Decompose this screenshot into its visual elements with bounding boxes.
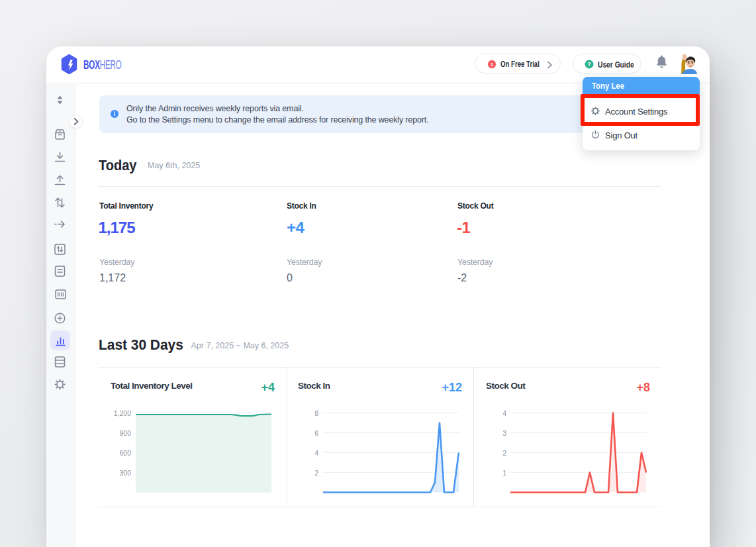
svg-text:1: 1	[491, 62, 494, 68]
svg-text:?: ?	[587, 61, 591, 68]
